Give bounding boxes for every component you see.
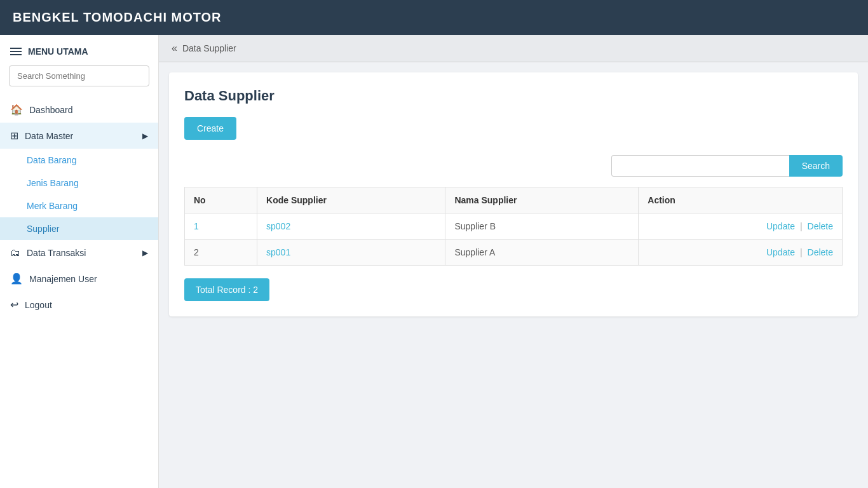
row2-no: 2	[185, 240, 257, 266]
chevron-right-icon: ▶	[142, 132, 148, 140]
content-area: Data Supplier Create Search No Kode Supp…	[169, 72, 858, 316]
action-sep-2: |	[800, 247, 803, 257]
row2-delete-button[interactable]: Delete	[808, 247, 833, 257]
row2-update-button[interactable]: Update	[766, 247, 795, 257]
hamburger-icon[interactable]	[10, 48, 22, 55]
total-record-badge: Total Record : 2	[184, 278, 269, 301]
table-row: 1 sp002 Supplier B Update | Delete	[185, 214, 843, 240]
grid-icon: ⊞	[10, 130, 18, 142]
table-header: No Kode Supplier Nama Supplier Action	[185, 187, 843, 214]
row1-kode-link[interactable]: sp002	[266, 221, 290, 231]
main-content: « Data Supplier Data Supplier Create Sea…	[159, 35, 868, 488]
col-nama: Nama Supplier	[445, 187, 639, 214]
row1-delete-button[interactable]: Delete	[808, 221, 833, 231]
home-icon: 🏠	[10, 104, 23, 116]
sidebar-label-logout: Logout	[25, 300, 52, 310]
main-layout: MENU UTAMA 🏠 Dashboard ⊞ Data Master ▶ D…	[0, 35, 868, 488]
action-sep-1: |	[800, 221, 803, 231]
row2-kode-link[interactable]: sp001	[266, 247, 290, 257]
row1-nama: Supplier B	[445, 214, 639, 240]
col-no: No	[185, 187, 257, 214]
row1-update-button[interactable]: Update	[766, 221, 795, 231]
sidebar-search-box[interactable]	[9, 65, 149, 86]
sidebar-search-input[interactable]	[9, 65, 149, 86]
row1-no-link[interactable]: 1	[194, 221, 199, 231]
row2-action: Update | Delete	[639, 240, 843, 266]
sidebar-item-merk-barang[interactable]: Merk Barang	[0, 194, 158, 217]
user-icon: 👤	[10, 273, 23, 285]
row1-no: 1	[185, 214, 257, 240]
sidebar-item-data-barang[interactable]: Data Barang	[0, 149, 158, 172]
sidebar-item-data-master[interactable]: ⊞ Data Master ▶	[0, 123, 158, 149]
create-button[interactable]: Create	[184, 117, 236, 140]
col-kode: Kode Supplier	[257, 187, 445, 214]
row2-kode: sp001	[257, 240, 445, 266]
app-header: BENGKEL TOMODACHI MOTOR	[0, 0, 868, 35]
sidebar-item-jenis-barang[interactable]: Jenis Barang	[0, 172, 158, 194]
sidebar-label-dashboard: Dashboard	[29, 105, 73, 115]
sidebar-label-data-master: Data Master	[25, 131, 73, 141]
sidebar: MENU UTAMA 🏠 Dashboard ⊞ Data Master ▶ D…	[0, 35, 159, 488]
table-search-row: Search	[184, 155, 843, 177]
sidebar-item-data-transaksi[interactable]: 🗂 Data Transaksi ▶	[0, 240, 158, 266]
sidebar-label-data-transaksi: Data Transaksi	[27, 248, 86, 258]
table-row: 2 sp001 Supplier A Update | Delete	[185, 240, 843, 266]
sidebar-label-merk-barang: Merk Barang	[27, 201, 78, 211]
sidebar-label-manajemen-user: Manajemen User	[29, 274, 97, 284]
sidebar-item-manajemen-user[interactable]: 👤 Manajemen User	[0, 266, 158, 292]
breadcrumb-back-icon[interactable]: «	[172, 43, 177, 54]
breadcrumb: « Data Supplier	[159, 35, 868, 62]
supplier-table: No Kode Supplier Nama Supplier Action 1 …	[184, 187, 843, 266]
row2-nama: Supplier A	[445, 240, 639, 266]
row1-kode: sp002	[257, 214, 445, 240]
sidebar-label-jenis-barang: Jenis Barang	[27, 178, 79, 188]
folder-icon: 🗂	[10, 247, 20, 259]
col-action: Action	[639, 187, 843, 214]
sidebar-item-supplier[interactable]: Supplier	[0, 217, 158, 240]
logout-icon: ↩	[10, 299, 18, 311]
table-search-input[interactable]	[611, 155, 789, 177]
search-button[interactable]: Search	[789, 155, 843, 177]
sidebar-item-logout[interactable]: ↩ Logout	[0, 292, 158, 318]
table-body: 1 sp002 Supplier B Update | Delete 2 sp0…	[185, 214, 843, 266]
page-title: Data Supplier	[184, 88, 843, 104]
sidebar-header: MENU UTAMA	[0, 35, 158, 65]
chevron-right-icon-transaksi: ▶	[142, 248, 148, 257]
breadcrumb-label: Data Supplier	[182, 43, 236, 53]
app-title: BENGKEL TOMODACHI MOTOR	[13, 10, 222, 25]
menu-utama-label: MENU UTAMA	[28, 46, 88, 57]
row1-action: Update | Delete	[639, 214, 843, 240]
sidebar-label-data-barang: Data Barang	[27, 155, 77, 165]
sidebar-label-supplier: Supplier	[27, 224, 59, 234]
sidebar-item-dashboard[interactable]: 🏠 Dashboard	[0, 97, 158, 123]
